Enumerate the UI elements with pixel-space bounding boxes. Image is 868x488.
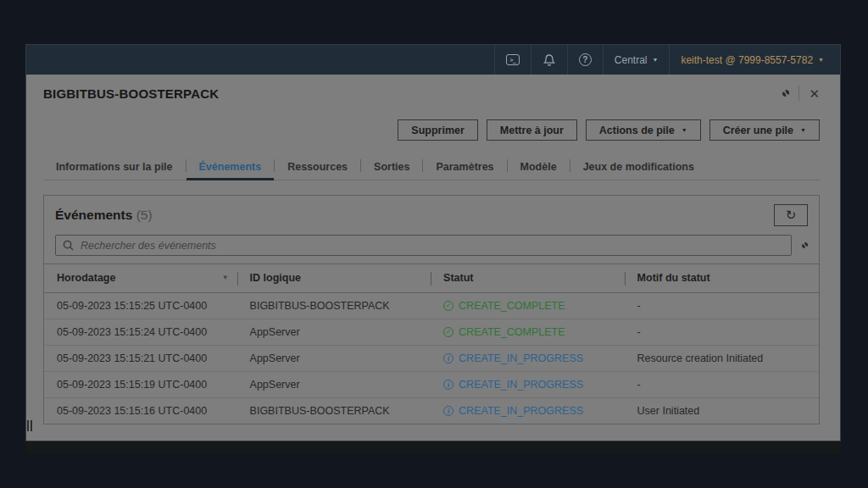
account-label: keith-test @ 7999-8557-5782 bbox=[681, 54, 813, 66]
cell-logical-id: BIGBITBUS-BOOSTERPACK bbox=[237, 293, 431, 319]
window-shadow-band bbox=[25, 441, 841, 454]
chevron-down-icon: ▼ bbox=[818, 57, 824, 63]
region-label: Central bbox=[615, 54, 648, 66]
create-stack-button[interactable]: Créer une pile ▼ bbox=[709, 119, 820, 141]
status-badge: CREATE_COMPLETE bbox=[443, 326, 616, 338]
table-preferences-gear-icon[interactable] bbox=[802, 242, 808, 248]
status-label: CREATE_COMPLETE bbox=[459, 300, 565, 312]
tab-parameters[interactable]: Paramètres bbox=[423, 154, 506, 180]
column-header-label: Horodatage bbox=[57, 272, 115, 284]
table-row: 05-09-2023 15:15:19 UTC-0400 AppServer C… bbox=[44, 372, 819, 398]
search-input[interactable] bbox=[55, 235, 792, 256]
status-label: CREATE_IN_PROGRESS bbox=[459, 379, 583, 391]
bell-icon bbox=[542, 53, 556, 67]
update-button-label: Mettre à jour bbox=[500, 125, 564, 136]
stack-action-buttons: Supprimer Mettre à jour Actions de pile … bbox=[43, 119, 820, 141]
stack-actions-button-label: Actions de pile bbox=[599, 125, 675, 136]
question-mark-icon: ? bbox=[579, 53, 592, 66]
cell-logical-id: AppServer bbox=[237, 319, 431, 346]
status-circle-icon bbox=[443, 301, 453, 311]
cell-logical-id: AppServer bbox=[237, 346, 431, 372]
top-navigation-bar: ? Central ▼ keith-test @ 7999-8557-5782 … bbox=[26, 45, 840, 75]
stack-tabs: Informations sur la pile Événements Ress… bbox=[43, 154, 820, 180]
events-table: Horodatage ▼ ID logique Statut Motif du … bbox=[44, 263, 819, 424]
create-stack-button-label: Créer une pile bbox=[723, 125, 793, 136]
cell-timestamp: 05-09-2023 15:15:19 UTC-0400 bbox=[44, 372, 237, 398]
status-badge: CREATE_COMPLETE bbox=[443, 300, 616, 312]
tab-resources[interactable]: Ressources bbox=[275, 154, 360, 180]
notifications-button[interactable] bbox=[531, 45, 567, 75]
tab-change-sets[interactable]: Jeux de modifications bbox=[570, 154, 707, 180]
events-count: (5) bbox=[136, 208, 153, 222]
cell-status-reason: - bbox=[625, 319, 819, 346]
resize-grip[interactable] bbox=[27, 420, 32, 431]
cell-timestamp: 05-09-2023 15:15:24 UTC-0400 bbox=[44, 319, 237, 346]
table-header-row: Horodatage ▼ ID logique Statut Motif du … bbox=[44, 264, 819, 293]
stack-actions-button[interactable]: Actions de pile ▼ bbox=[586, 119, 701, 141]
status-circle-icon bbox=[443, 327, 453, 337]
status-label: CREATE_COMPLETE bbox=[459, 326, 565, 338]
search-icon bbox=[63, 240, 74, 251]
cell-status-reason: Resource creation Initiated bbox=[625, 346, 819, 372]
status-label: CREATE_IN_PROGRESS bbox=[459, 352, 583, 364]
page-title: BIGBITBUS-BOOSTERPACK bbox=[43, 86, 219, 101]
icon-divider bbox=[798, 86, 799, 101]
column-header-logical-id: ID logique bbox=[237, 264, 431, 293]
help-button[interactable]: ? bbox=[568, 45, 603, 75]
events-card-header: Événements (5) ↻ bbox=[44, 196, 819, 233]
status-badge: CREATE_IN_PROGRESS bbox=[443, 379, 616, 391]
events-card: Événements (5) ↻ bbox=[43, 195, 820, 424]
column-header-status: Statut bbox=[431, 264, 625, 293]
table-row: 05-09-2023 15:15:16 UTC-0400 BIGBITBUS-B… bbox=[44, 398, 819, 424]
update-button[interactable]: Mettre à jour bbox=[487, 119, 577, 141]
cloudshell-terminal-icon bbox=[506, 54, 520, 65]
status-circle-icon bbox=[443, 353, 453, 363]
column-header-timestamp[interactable]: Horodatage ▼ bbox=[44, 264, 237, 293]
region-selector[interactable]: Central ▼ bbox=[604, 45, 670, 75]
tab-events[interactable]: Événements bbox=[186, 154, 275, 180]
table-row: 05-09-2023 15:15:25 UTC-0400 BIGBITBUS-B… bbox=[44, 293, 819, 319]
status-circle-icon bbox=[443, 380, 453, 390]
cloudshell-button[interactable] bbox=[495, 45, 531, 75]
panel-settings-gear-icon[interactable] bbox=[782, 90, 789, 97]
close-icon[interactable]: ✕ bbox=[809, 87, 820, 100]
chevron-down-icon: ▼ bbox=[682, 127, 687, 133]
tab-outputs[interactable]: Sorties bbox=[361, 154, 422, 180]
refresh-button[interactable]: ↻ bbox=[774, 204, 808, 226]
title-row: BIGBITBUS-BOOSTERPACK ✕ bbox=[43, 75, 820, 101]
delete-button[interactable]: Supprimer bbox=[398, 119, 478, 141]
delete-button-label: Supprimer bbox=[411, 125, 465, 136]
refresh-icon: ↻ bbox=[786, 208, 797, 223]
cell-logical-id: BIGBITBUS-BOOSTERPACK bbox=[237, 398, 431, 424]
cell-status-reason: - bbox=[625, 293, 819, 319]
cell-status-reason: - bbox=[625, 372, 819, 398]
table-row: 05-09-2023 15:15:24 UTC-0400 AppServer C… bbox=[44, 319, 819, 346]
cell-timestamp: 05-09-2023 15:15:25 UTC-0400 bbox=[44, 293, 237, 319]
status-badge: CREATE_IN_PROGRESS bbox=[443, 352, 616, 364]
cell-logical-id: AppServer bbox=[237, 372, 431, 398]
status-badge: CREATE_IN_PROGRESS bbox=[443, 405, 616, 417]
events-title-text: Événements bbox=[55, 208, 132, 222]
tab-stack-info[interactable]: Informations sur la pile bbox=[43, 154, 186, 180]
cell-status-reason: User Initiated bbox=[625, 398, 819, 424]
cell-timestamp: 05-09-2023 15:15:16 UTC-0400 bbox=[44, 398, 237, 424]
events-title: Événements (5) bbox=[55, 208, 153, 223]
sort-descending-icon: ▼ bbox=[222, 274, 229, 281]
status-circle-icon bbox=[443, 406, 453, 416]
chevron-down-icon: ▼ bbox=[800, 127, 806, 133]
status-label: CREATE_IN_PROGRESS bbox=[459, 405, 583, 417]
events-search-row bbox=[44, 233, 819, 263]
console-window: ? Central ▼ keith-test @ 7999-8557-5782 … bbox=[25, 44, 841, 441]
chevron-down-icon: ▼ bbox=[653, 57, 659, 63]
stack-detail-panel: BIGBITBUS-BOOSTERPACK ✕ Supprimer Mettre… bbox=[26, 75, 840, 441]
cell-timestamp: 05-09-2023 15:15:21 UTC-0400 bbox=[44, 346, 237, 372]
table-row: 05-09-2023 15:15:21 UTC-0400 AppServer C… bbox=[44, 346, 819, 372]
account-menu[interactable]: keith-test @ 7999-8557-5782 ▼ bbox=[670, 45, 835, 75]
column-header-status-reason: Motif du statut bbox=[625, 264, 819, 293]
tab-template[interactable]: Modèle bbox=[508, 154, 570, 180]
